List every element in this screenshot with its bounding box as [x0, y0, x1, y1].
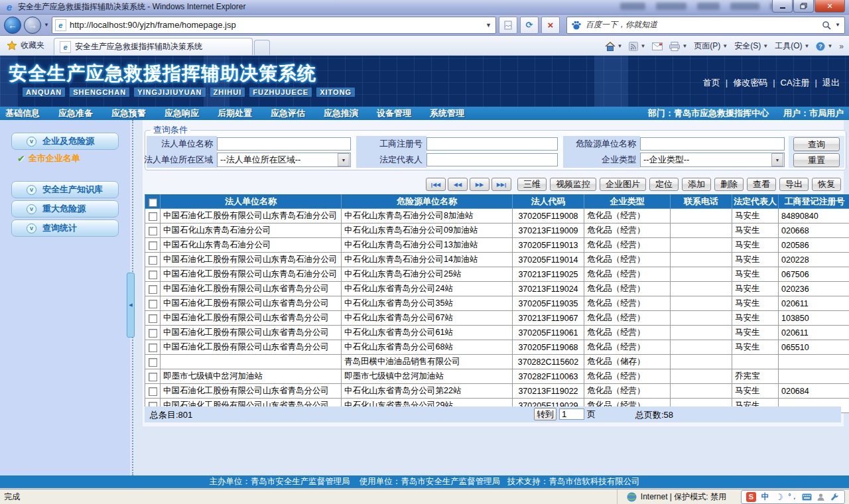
- sidebar-item-enterprise-hazards[interactable]: v 企业及危险源: [11, 133, 119, 150]
- print-button[interactable]: ▼: [669, 42, 687, 51]
- goto-page-input[interactable]: [559, 409, 584, 420]
- pager-button[interactable]: ◀◀: [448, 178, 468, 191]
- favorites-label[interactable]: 收藏夹: [21, 40, 44, 51]
- banner-link[interactable]: 首页: [700, 77, 723, 89]
- nav-item[interactable]: 基础信息: [5, 107, 40, 119]
- corp-region-select[interactable]: --法人单位所在区域-- ▼: [217, 153, 351, 167]
- pager-button[interactable]: |◀◀: [426, 178, 446, 191]
- chinese-mode-icon[interactable]: 中: [760, 492, 770, 502]
- refresh-button[interactable]: ⟳: [520, 17, 539, 34]
- banner-link[interactable]: 修改密码: [723, 77, 770, 89]
- read-mail-button[interactable]: [652, 42, 663, 50]
- row-checkbox[interactable]: [149, 373, 157, 381]
- toolbar-button[interactable]: 定位: [649, 178, 679, 191]
- compatibility-view-button[interactable]: [499, 17, 517, 34]
- company-table-wrap: 法人单位名称危险源单位名称法人代码企业类型联系电话法定代表人工商登记注册号 中国…: [145, 194, 841, 413]
- row-checkbox[interactable]: [149, 387, 157, 396]
- row-checkbox[interactable]: [149, 285, 157, 294]
- close-button[interactable]: ✕: [815, 0, 845, 13]
- row-checkbox[interactable]: [149, 344, 157, 352]
- pager-button[interactable]: ▶▶|: [491, 178, 511, 191]
- table-cell: 即墨市七级镇中岔河加油站: [161, 369, 342, 384]
- sogou-logo-icon[interactable]: S: [746, 492, 756, 502]
- stop-button[interactable]: ×: [541, 17, 560, 34]
- back-button[interactable]: ←: [4, 17, 21, 34]
- table-cell: 370213F119009: [513, 223, 584, 238]
- toolbar-button[interactable]: 三维: [517, 178, 547, 191]
- table-row: 中国石化山东青岛石油分公司中石化山东青岛石油分公司09加油站370213F119…: [145, 223, 849, 238]
- home-button[interactable]: ▼: [605, 42, 623, 51]
- security-menu[interactable]: 安全(S)▼: [734, 40, 768, 52]
- pager-button[interactable]: ▶▶: [470, 178, 490, 191]
- nav-item[interactable]: 应急响应: [164, 107, 199, 119]
- tab-active[interactable]: e 安全生产应急救援指挥辅助决策系统: [54, 38, 253, 55]
- corp-name-input[interactable]: [217, 137, 351, 151]
- new-tab-button[interactable]: [254, 40, 270, 55]
- restore-button[interactable]: [793, 0, 814, 13]
- nav-item[interactable]: 应急评估: [271, 107, 305, 119]
- row-checkbox[interactable]: [149, 329, 157, 338]
- feeds-button[interactable]: ▼: [629, 42, 645, 51]
- overflow-chevron-icon[interactable]: »: [839, 42, 844, 51]
- punctuation-icon[interactable]: °，: [788, 492, 798, 502]
- toolbar-button[interactable]: 导出: [779, 178, 809, 191]
- table-cell: 中石化山东省青岛分公司第22站: [342, 384, 513, 399]
- row-checkbox[interactable]: [149, 256, 157, 265]
- sidebar-item-major-hazards[interactable]: v 重大危险源: [11, 200, 119, 218]
- banner-link[interactable]: 退出: [813, 77, 842, 89]
- toolbar-button[interactable]: 视频监控: [550, 178, 596, 191]
- legal-rep-input[interactable]: [426, 153, 558, 166]
- row-checkbox[interactable]: [149, 227, 157, 235]
- forward-button[interactable]: →: [24, 17, 41, 34]
- address-bar: ← → ▼ e http://localhost:90/yjzh/frame/h…: [0, 15, 849, 36]
- table-cell: 中石化山东省青岛分公司67站: [342, 311, 513, 326]
- search-icon[interactable]: [822, 21, 831, 30]
- toolbar-button[interactable]: 恢复: [812, 178, 841, 191]
- recent-pages-dropdown-icon[interactable]: ▼: [44, 22, 49, 28]
- settings-wrench-icon[interactable]: [830, 492, 840, 502]
- tools-menu[interactable]: 工具(O)▼: [775, 40, 809, 52]
- nav-item[interactable]: 应急推演: [324, 107, 358, 119]
- favorites-button[interactable]: 收藏夹: [0, 40, 54, 55]
- business-reg-no-input[interactable]: [426, 137, 558, 151]
- row-checkbox[interactable]: [149, 300, 157, 308]
- user-profile-icon[interactable]: [816, 492, 826, 502]
- sidebar-item-query-statistics[interactable]: v 查询统计: [11, 220, 119, 237]
- goto-page-button[interactable]: 转到: [534, 408, 556, 420]
- search-engine-dropdown-icon[interactable]: ▼: [835, 22, 840, 28]
- nav-item[interactable]: 应急预警: [111, 107, 146, 119]
- sidebar-item-citywide-enterprise-list[interactable]: ✔ 全市企业名单: [17, 153, 80, 164]
- row-checkbox[interactable]: [149, 358, 157, 367]
- minimize-button[interactable]: [772, 0, 793, 13]
- fullwidth-moon-icon[interactable]: ☽: [774, 492, 784, 502]
- page-menu[interactable]: 页面(P)▼: [694, 40, 728, 52]
- search-button[interactable]: 查询: [793, 137, 840, 151]
- url-box[interactable]: e http://localhost:90/yjzh/frame/homepag…: [52, 17, 496, 34]
- url-dropdown-icon[interactable]: ▼: [484, 22, 493, 29]
- hazard-name-input[interactable]: [640, 137, 785, 151]
- help-menu[interactable]: ? ▼: [816, 42, 832, 51]
- nav-item[interactable]: 设备管理: [377, 107, 411, 119]
- select-all-checkbox[interactable]: [149, 198, 157, 207]
- row-checkbox[interactable]: [149, 212, 157, 221]
- toolbar-button[interactable]: 删除: [714, 178, 744, 191]
- nav-item[interactable]: 应急准备: [58, 107, 93, 119]
- sidebar-collapse-handle[interactable]: ◀: [127, 273, 135, 338]
- row-checkbox[interactable]: [149, 271, 157, 279]
- reset-button[interactable]: 重置: [793, 153, 840, 167]
- url-text[interactable]: http://localhost:90/yjzh/frame/homepage.…: [70, 20, 481, 30]
- search-box[interactable]: 百度一下，你就知道 ▼: [566, 17, 845, 34]
- banner-link[interactable]: CA注册: [770, 77, 812, 89]
- toolbar-button[interactable]: 企业图片: [600, 178, 646, 191]
- toolbar-button[interactable]: 添加: [682, 178, 711, 191]
- row-checkbox[interactable]: [149, 314, 157, 323]
- toolbar-button[interactable]: 查看: [747, 178, 776, 191]
- table-cell: [671, 267, 732, 282]
- search-input[interactable]: 百度一下，你就知道: [586, 19, 818, 31]
- nav-item[interactable]: 后期处置: [218, 107, 252, 119]
- soft-keyboard-icon[interactable]: [802, 492, 812, 502]
- row-checkbox[interactable]: [149, 241, 157, 250]
- enterprise-type-select[interactable]: --企业类型-- ▼: [640, 153, 785, 167]
- sidebar-item-safety-knowledge-base[interactable]: v 安全生产知识库: [11, 181, 119, 198]
- nav-item[interactable]: 系统管理: [430, 107, 464, 119]
